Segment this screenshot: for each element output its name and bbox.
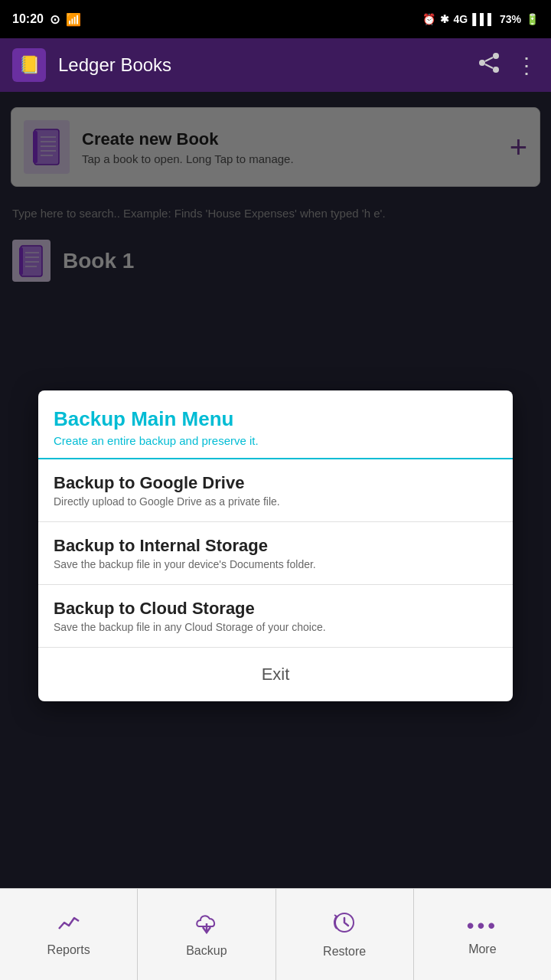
backup-google-drive-desc: Directly upload to Google Drive as a pri… <box>54 495 497 508</box>
network-icon: 4G <box>454 13 468 25</box>
nav-label-reports: Reports <box>47 943 90 957</box>
backup-internal-storage-title: Backup to Internal Storage <box>54 536 497 556</box>
backup-cloud-storage-item[interactable]: Backup to Cloud Storage Save the backup … <box>38 585 513 648</box>
nav-item-reports[interactable]: Reports <box>0 889 138 980</box>
dialog-exit-button[interactable]: Exit <box>38 648 513 701</box>
bluetooth-icon: ✱ <box>440 13 449 25</box>
backup-cloud-storage-title: Backup to Cloud Storage <box>54 599 497 619</box>
battery-label: 73% <box>500 13 521 25</box>
backup-google-drive-title: Backup to Google Drive <box>54 473 497 493</box>
bottom-nav: Reports Backup Restore ••• More <box>0 888 551 980</box>
backup-internal-storage-item[interactable]: Backup to Internal Storage Save the back… <box>38 522 513 585</box>
app-title: Ledger Books <box>58 54 465 76</box>
restore-icon <box>332 910 357 940</box>
svg-line-3 <box>485 57 493 61</box>
backup-cloud-storage-desc: Save the backup file in any Cloud Storag… <box>54 621 497 633</box>
status-right: ⏰ ✱ 4G ▌▌▌ 73% 🔋 <box>422 13 539 25</box>
backup-google-drive-item[interactable]: Backup to Google Drive Directly upload t… <box>38 459 513 522</box>
battery-icon: 🔋 <box>526 13 539 25</box>
backup-internal-storage-desc: Save the backup file in your device's Do… <box>54 558 497 570</box>
app-bar: 📒 Ledger Books ⋮ <box>0 38 551 92</box>
more-icon: ••• <box>467 913 498 938</box>
reports-icon <box>57 912 81 939</box>
backup-dialog: Backup Main Menu Create an entire backup… <box>38 390 513 701</box>
nav-label-restore: Restore <box>323 945 366 959</box>
svg-point-1 <box>479 60 485 66</box>
dialog-header: Backup Main Menu Create an entire backup… <box>38 390 513 459</box>
nav-label-more: More <box>468 942 496 956</box>
share-icon[interactable] <box>478 53 500 78</box>
status-bar: 10:20 ⊙ 📶 ⏰ ✱ 4G ▌▌▌ 73% 🔋 <box>0 0 551 38</box>
wifi-icon: 📶 <box>66 12 81 27</box>
time-label: 10:20 <box>12 12 44 26</box>
nav-item-restore[interactable]: Restore <box>276 889 414 980</box>
svg-point-2 <box>493 67 499 73</box>
dialog-exit-label: Exit <box>262 665 290 684</box>
svg-point-0 <box>493 53 499 59</box>
backup-icon <box>194 911 219 939</box>
dialog-title: Backup Main Menu <box>54 407 497 431</box>
more-menu-icon[interactable]: ⋮ <box>516 53 539 78</box>
nav-label-backup: Backup <box>186 944 227 958</box>
status-left: 10:20 ⊙ 📶 <box>12 12 81 27</box>
main-content: Create new Book Tap a book to open. Long… <box>0 92 551 980</box>
nav-item-more[interactable]: ••• More <box>414 889 551 980</box>
svg-line-4 <box>485 64 493 68</box>
dialog-subtitle: Create an entire backup and preserve it. <box>54 434 497 447</box>
app-icon: 📒 <box>12 48 46 82</box>
alarm-icon: ⏰ <box>422 13 435 25</box>
camera-icon: ⊙ <box>50 12 60 27</box>
app-bar-actions: ⋮ <box>478 53 539 78</box>
signal-icon: ▌▌▌ <box>472 13 495 25</box>
nav-item-backup[interactable]: Backup <box>138 889 276 980</box>
